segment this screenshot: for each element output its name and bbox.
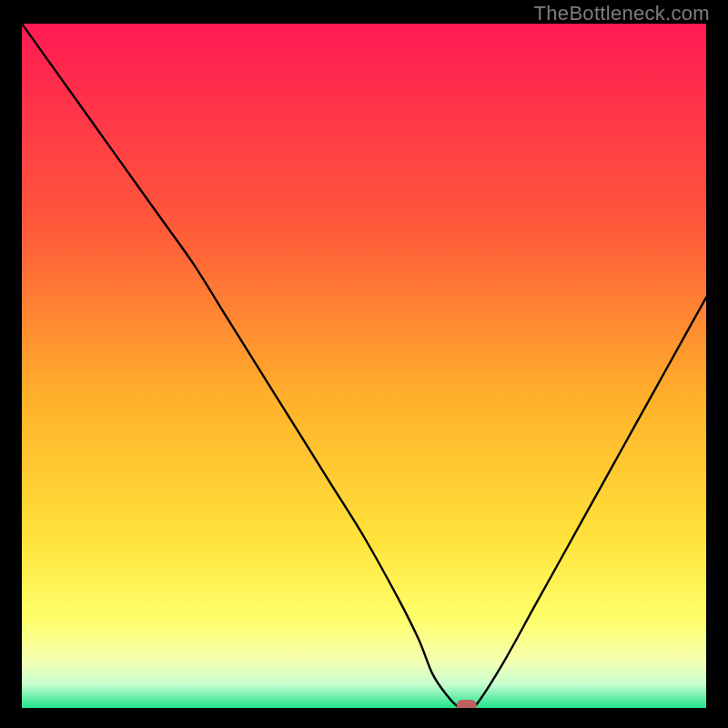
plot-area [22,24,706,708]
gradient-background [22,24,706,708]
watermark-text: TheBottleneck.com [534,2,710,25]
chart-svg [22,24,706,708]
optimal-marker [457,700,477,708]
chart-frame: TheBottleneck.com [0,0,728,728]
